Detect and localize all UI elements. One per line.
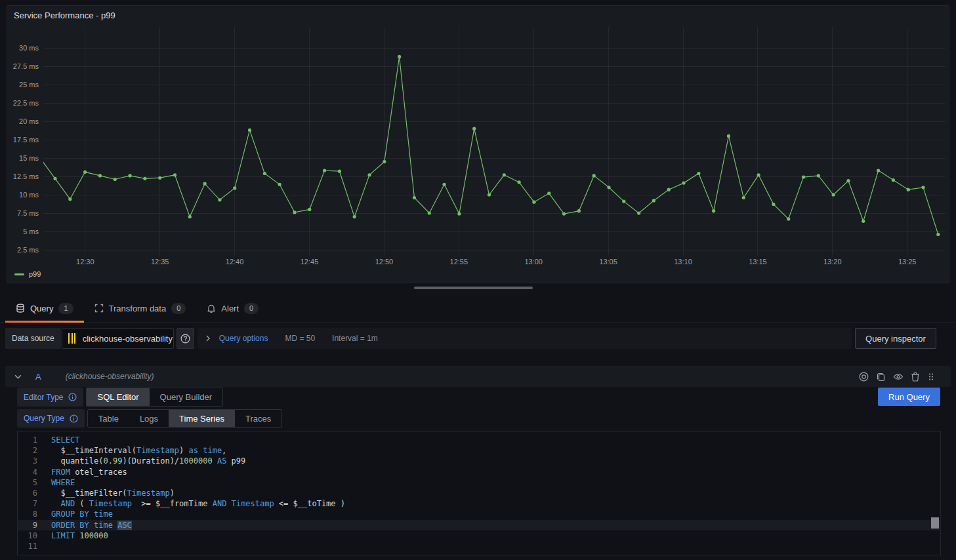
tab-query[interactable]: Query 1 — [5, 294, 84, 322]
hide-response-button[interactable] — [893, 372, 904, 382]
database-icon — [16, 304, 25, 313]
line-number: 6 — [18, 488, 37, 498]
datasource-label: Data source — [12, 334, 54, 343]
editor-type-option-sql-editor[interactable]: SQL Editor — [87, 388, 149, 406]
svg-text:17.5 ms: 17.5 ms — [13, 136, 39, 144]
svg-text:2.5 ms: 2.5 ms — [17, 246, 39, 254]
code-line: 11 — [18, 541, 940, 551]
line-number: 9 — [18, 520, 37, 530]
tab-label: Transform data — [109, 304, 167, 313]
editor-type-option-query-builder[interactable]: Query Builder — [150, 388, 222, 406]
tab-transform-data[interactable]: Transform data 0 — [84, 294, 197, 322]
tab-count-badge: 0 — [244, 303, 259, 314]
grafana-panel-edit-view: Service Performance - p99 2.5 ms5 ms7.5 … — [0, 0, 956, 560]
grip-icon — [927, 372, 935, 382]
bell-icon — [207, 304, 216, 313]
code-line: 1SELECT — [18, 435, 940, 445]
svg-text:20 ms: 20 ms — [19, 117, 39, 125]
svg-text:12:55: 12:55 — [450, 258, 468, 266]
editor-tabs: Query 1 Transform data 0 Alert 0 — [0, 294, 956, 323]
datasource-help-button[interactable] — [177, 328, 194, 349]
query-options-md: MD = 50 — [285, 334, 315, 343]
run-query-button[interactable]: Run Query — [878, 388, 940, 406]
question-circle-icon — [180, 334, 190, 344]
legend-item-p99[interactable]: p99 — [14, 270, 41, 278]
code-line: 10LIMIT 100000 — [18, 530, 940, 541]
datasource-label-chip: Data source — [5, 328, 61, 349]
panel-title[interactable]: Service Performance - p99 — [14, 10, 115, 20]
code-line: 5WHERE — [18, 477, 940, 488]
line-number: 8 — [18, 509, 37, 519]
svg-text:27.5 ms: 27.5 ms — [13, 62, 39, 70]
datasource-picker[interactable]: clickhouse-observability — [62, 328, 174, 349]
trash-icon — [911, 372, 920, 382]
timeseries-panel: Service Performance - p99 2.5 ms5 ms7.5 … — [7, 5, 949, 283]
legend-series-label: p99 — [29, 270, 41, 278]
svg-text:7.5 ms: 7.5 ms — [17, 209, 39, 217]
svg-text:13:20: 13:20 — [823, 258, 842, 266]
query-collapse-button[interactable] — [14, 374, 22, 379]
chevron-down-icon — [14, 374, 22, 379]
chevron-right-icon — [206, 335, 210, 342]
query-options-interval: Interval = 1m — [332, 334, 378, 343]
code-lines: 1SELECT2 $__timeInterval(Timestamp) as t… — [18, 435, 940, 551]
query-type-segmented: Table Logs Time Series Traces — [87, 409, 282, 428]
editor-scrollbar-thumb[interactable] — [931, 517, 939, 529]
query-type-label: Query Type — [24, 414, 64, 423]
query-type-chip: Query Type — [17, 409, 85, 428]
delete-query-button[interactable] — [911, 372, 920, 382]
svg-text:12:50: 12:50 — [375, 258, 394, 266]
query-row-header: A (clickhouse-observability) — [5, 366, 951, 387]
tab-alert[interactable]: Alert 0 — [196, 294, 269, 322]
svg-text:13:15: 13:15 — [749, 258, 767, 266]
record-circle-icon — [859, 372, 869, 382]
editor-type-label: Editor Type — [24, 393, 63, 402]
tab-count-badge: 0 — [171, 303, 186, 314]
line-number: 4 — [18, 467, 37, 477]
info-circle-icon[interactable] — [70, 414, 78, 423]
copy-icon — [876, 372, 886, 382]
query-type-option-logs[interactable]: Logs — [129, 410, 169, 427]
legend-series-swatch — [14, 273, 24, 275]
svg-text:10 ms: 10 ms — [19, 191, 39, 199]
query-options-bar: Query options MD = 50 Interval = 1m — [197, 328, 852, 349]
svg-text:5 ms: 5 ms — [23, 228, 39, 235]
disable-query-button[interactable] — [859, 372, 869, 382]
svg-text:30 ms: 30 ms — [19, 44, 39, 52]
horizontal-scrollbar-thumb[interactable] — [414, 287, 533, 289]
svg-text:15 ms: 15 ms — [19, 154, 39, 162]
line-number: 10 — [18, 530, 37, 541]
clickhouse-logo-icon — [68, 333, 77, 344]
duplicate-query-button[interactable] — [876, 372, 886, 382]
query-options-link[interactable]: Query options — [219, 334, 268, 343]
svg-text:12:30: 12:30 — [76, 258, 94, 266]
svg-text:13:10: 13:10 — [674, 258, 692, 266]
query-options-expand-button[interactable] — [206, 335, 210, 342]
code-line: 9ORDER BY time ASC — [18, 520, 940, 530]
query-datasource-hint: (clickhouse-observability) — [66, 372, 154, 381]
query-type-option-time-series[interactable]: Time Series — [169, 410, 235, 427]
code-line: 4FROM otel_traces — [18, 467, 940, 477]
chart-svg[interactable]: 2.5 ms5 ms7.5 ms10 ms12.5 ms15 ms17.5 ms… — [7, 6, 950, 284]
code-line: 2 $__timeInterval(Timestamp) as time, — [18, 445, 940, 456]
code-line: 7 AND ( Timestamp >= $__fromTime AND Tim… — [18, 498, 940, 509]
query-type-option-traces[interactable]: Traces — [235, 410, 281, 427]
editor-type-row: Editor Type SQL Editor Query Builder — [17, 388, 223, 407]
line-number: 5 — [18, 477, 37, 488]
query-type-option-table[interactable]: Table — [88, 410, 129, 427]
sql-code-editor[interactable]: 1SELECT2 $__timeInterval(Timestamp) as t… — [17, 431, 941, 555]
datasource-value: clickhouse-observability — [83, 334, 173, 344]
tab-label: Query — [30, 304, 53, 313]
transform-icon — [94, 304, 104, 313]
svg-text:12:35: 12:35 — [151, 258, 169, 266]
query-actions — [859, 372, 935, 382]
tab-count-badge: 1 — [58, 303, 73, 314]
line-number: 1 — [18, 435, 37, 445]
drag-handle[interactable] — [927, 372, 935, 382]
query-inspector-button[interactable]: Query inspector — [855, 328, 936, 349]
eye-icon — [893, 372, 904, 382]
info-circle-icon[interactable] — [68, 393, 77, 401]
line-number: 3 — [18, 456, 37, 466]
svg-text:12:45: 12:45 — [301, 258, 319, 266]
svg-text:13:05: 13:05 — [599, 258, 617, 266]
